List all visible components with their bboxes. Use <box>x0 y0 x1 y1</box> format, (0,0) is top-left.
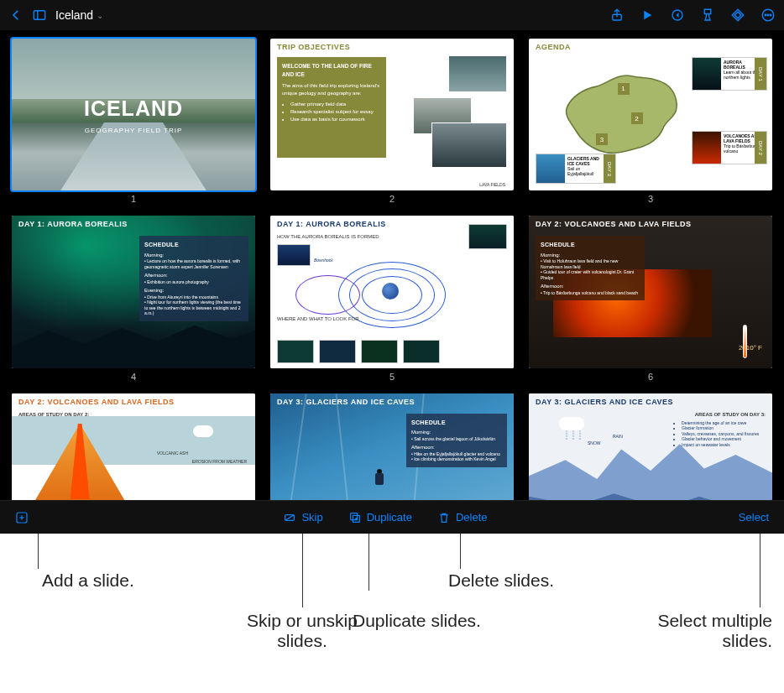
add-slide-button[interactable] <box>15 509 32 526</box>
callout-add: Add a slide. <box>42 571 134 591</box>
slide6-schedule: SCHEDULE Morning: • Visit to Holuhraun l… <box>536 236 645 300</box>
callout-select: Select multiple slides. <box>588 611 772 651</box>
agenda-day2: VOLCANOES AND LAVA FIELDSTrip to Bárðarb… <box>692 131 767 164</box>
slide-grid[interactable]: ICELAND GEOGRAPHY FIELD TRIP 1 TRIP OBJE… <box>0 30 784 500</box>
agenda-day3: GLACIERS AND ICE CAVESSail on Eyjafjalla… <box>536 154 616 184</box>
duplicate-button[interactable]: Duplicate <box>348 511 412 524</box>
keynote-light-table: Iceland ⌄ <box>0 0 784 534</box>
select-button[interactable]: Select <box>739 511 769 524</box>
chevron-down-icon: ⌄ <box>97 11 103 20</box>
document-title-text: Iceland <box>55 8 93 22</box>
slide6-header: DAY 2: VOLCANOES AND LAVA FIELDS <box>536 220 692 228</box>
iceland-map-icon: 1 2 3 <box>553 61 687 168</box>
slide2-panel: WELCOME TO THE LAND OF FIRE AND ICE The … <box>277 57 386 158</box>
slide-thumb-4[interactable]: DAY 1: AURORA BOREALIS SCHEDULE Morning:… <box>12 216 255 381</box>
slide-number: 4 <box>131 372 136 382</box>
delete-button[interactable]: Delete <box>437 511 488 524</box>
climber-icon <box>373 469 386 487</box>
agenda-day1: AURORA BOREALISLearn all about the north… <box>692 57 767 91</box>
slide4-header: DAY 1: AURORA BOREALIS <box>18 220 128 228</box>
help-callouts: Add a slide. Skip or unskip slides. Dupl… <box>0 534 784 693</box>
share-icon[interactable] <box>609 8 625 23</box>
svg-point-10 <box>770 14 771 16</box>
slide-number: 5 <box>389 372 395 382</box>
animate-icon[interactable] <box>730 8 745 23</box>
slide-number: 1 <box>131 194 136 204</box>
svg-rect-0 <box>34 11 45 20</box>
callout-duplicate: Duplicate slides. <box>353 611 481 631</box>
slide-thumb-9[interactable]: DAY 3: GLACIERS AND ICE CAVES ┊┊┊ AREAS … <box>529 393 772 501</box>
slide-thumb-2[interactable]: TRIP OBJECTIVES WELCOME TO THE LAND OF F… <box>270 39 514 204</box>
sidebar-toggle-icon[interactable] <box>32 8 47 23</box>
back-icon[interactable] <box>8 8 24 23</box>
cloud-icon <box>193 425 213 437</box>
slide7-header: DAY 2: VOLCANOES AND LAVA FIELDS <box>18 398 175 406</box>
document-title[interactable]: Iceland ⌄ <box>55 8 103 22</box>
bottom-toolbar: Skip Duplicate Delete Select <box>0 500 784 534</box>
slide3-header: AGENDA <box>536 43 571 51</box>
svg-marker-3 <box>644 11 651 20</box>
slide-number: 3 <box>648 194 653 204</box>
slide-number: 6 <box>648 372 653 382</box>
slide4-schedule: SCHEDULE Morning: • Lecture on how the a… <box>139 236 248 320</box>
slide9-header: DAY 3: GLACIERS AND ICE CAVES <box>536 398 673 406</box>
slide5-header: DAY 1: AURORA BOREALIS <box>277 220 386 228</box>
slide2-header: TRIP OBJECTIVES <box>277 43 350 51</box>
cloud-icon <box>559 417 584 430</box>
slide8-schedule: SCHEDULE Morning: • Sail across the glac… <box>406 414 507 467</box>
slide1-subtitle: GEOGRAPHY FIELD TRIP <box>12 127 255 134</box>
more-icon[interactable] <box>760 8 776 23</box>
svg-marker-5 <box>732 9 744 21</box>
skip-label: Skip <box>301 511 322 524</box>
slide8-header: DAY 3: GLACIERS AND ICE CAVES <box>277 398 415 406</box>
play-icon[interactable] <box>640 8 655 23</box>
format-brush-icon[interactable] <box>700 8 715 23</box>
slide-thumb-1[interactable]: ICELAND GEOGRAPHY FIELD TRIP 1 <box>12 39 255 204</box>
delete-label: Delete <box>456 511 488 524</box>
select-label: Select <box>739 511 769 524</box>
skip-button[interactable]: Skip <box>283 511 322 524</box>
duplicate-label: Duplicate <box>367 511 412 524</box>
slide1-title: ICELAND <box>12 96 255 121</box>
svg-point-9 <box>767 14 769 16</box>
svg-line-15 <box>285 514 295 520</box>
slide-thumb-6[interactable]: DAY 2: VOLCANOES AND LAVA FIELDS SCHEDUL… <box>529 216 772 381</box>
callout-delete: Delete slides. <box>448 571 554 591</box>
slide-number: 2 <box>389 194 395 204</box>
svg-point-8 <box>765 14 766 16</box>
slide-thumb-7[interactable]: DAY 2: VOLCANOES AND LAVA FIELDS AREAS O… <box>12 393 255 501</box>
thermometer-icon <box>743 325 747 358</box>
slide-thumb-5[interactable]: DAY 1: AURORA BOREALIS HOW THE AURORA BO… <box>270 216 514 381</box>
svg-marker-6 <box>734 12 741 18</box>
top-toolbar: Iceland ⌄ <box>0 0 784 30</box>
slide-thumb-3[interactable]: AGENDA 1 2 3 AURORA BOREALISLearn all ab… <box>529 39 772 204</box>
slide-thumb-8[interactable]: DAY 3: GLACIERS AND ICE CAVES SCHEDULE M… <box>270 393 514 501</box>
rehearse-icon[interactable] <box>670 8 685 23</box>
